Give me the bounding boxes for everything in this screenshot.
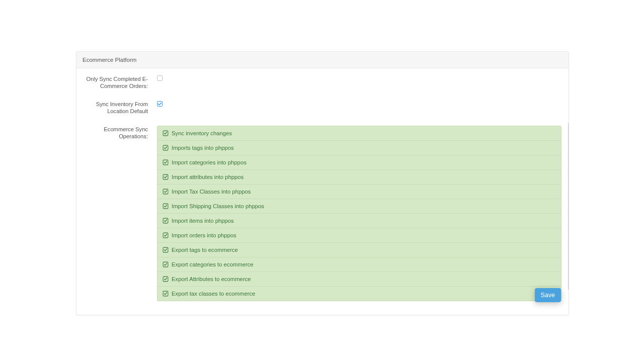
operation-label: Export Attributes to ecommerce	[172, 276, 251, 282]
svg-rect-2	[163, 160, 168, 165]
svg-rect-4	[163, 189, 168, 194]
operation-label: Export categories to ecommerce	[172, 261, 254, 267]
check-square-icon	[163, 145, 169, 151]
checkbox-sync-inventory-location[interactable]	[157, 101, 163, 107]
check-square-icon	[163, 203, 169, 209]
operation-label: Export tax classes to ecommerce	[172, 291, 255, 297]
operation-label: Import Tax Classes into phppos	[172, 189, 251, 195]
row-sync-inventory-location: Sync Inventory From Location Default	[84, 101, 561, 115]
operation-label: Imports tags into phppos	[172, 145, 234, 151]
svg-rect-8	[163, 247, 168, 252]
operation-label: Import orders into phppos	[172, 232, 236, 238]
operation-label: Export tags to ecommerce	[172, 247, 238, 253]
operation-item[interactable]: Export Attributes to ecommerce	[157, 272, 561, 287]
label-sync-inventory-location: Sync Inventory From Location Default	[84, 101, 153, 115]
svg-rect-1	[163, 145, 168, 150]
operation-item[interactable]: Export tax classes to ecommerce	[157, 287, 561, 301]
row-ecommerce-sync-ops: Ecommerce Sync Operations: Sync inventor…	[84, 126, 561, 301]
operation-item[interactable]: Import orders into phppos	[157, 228, 561, 243]
operation-item[interactable]: Import Shipping Classes into phppos	[157, 199, 561, 214]
check-square-icon	[163, 276, 169, 282]
check-square-icon	[163, 247, 169, 253]
operation-label: Import attributes into phppos	[172, 174, 244, 180]
checkbox-only-sync-completed[interactable]	[157, 75, 163, 81]
svg-rect-9	[163, 262, 168, 267]
check-square-icon	[163, 261, 169, 267]
operation-item[interactable]: Import Tax Classes into phppos	[157, 185, 561, 199]
operation-label: Import Shipping Classes into phppos	[172, 203, 264, 209]
svg-rect-5	[163, 204, 168, 209]
operation-label: Import categories into phppos	[172, 159, 247, 165]
check-square-icon	[163, 189, 169, 195]
check-square-icon	[163, 232, 169, 238]
svg-rect-0	[163, 131, 168, 136]
operations-list: Sync inventory changesImports tags into …	[153, 126, 561, 301]
form-area: Only Sync Completed E-Commerce Orders: S…	[76, 68, 569, 301]
settings-panel: Ecommerce Platform Only Sync Completed E…	[76, 51, 569, 315]
check-square-icon	[163, 130, 169, 136]
operation-item[interactable]: Export tags to ecommerce	[157, 243, 561, 257]
operation-item[interactable]: Sync inventory changes	[157, 126, 561, 141]
check-square-icon	[163, 159, 169, 165]
panel-title: Ecommerce Platform	[83, 57, 136, 63]
operation-item[interactable]: Export categories to ecommerce	[157, 257, 561, 272]
svg-rect-7	[163, 233, 168, 238]
operation-label: Import items into phppos	[172, 218, 234, 224]
svg-rect-6	[163, 218, 168, 223]
save-button[interactable]: Save	[535, 288, 561, 302]
svg-rect-10	[163, 277, 168, 282]
scrollbar[interactable]	[568, 122, 569, 291]
row-only-sync-completed: Only Sync Completed E-Commerce Orders:	[84, 75, 561, 89]
svg-rect-11	[163, 291, 168, 296]
label-ecommerce-sync-ops: Ecommerce Sync Operations:	[84, 126, 153, 140]
panel-header: Ecommerce Platform	[76, 52, 569, 68]
label-only-sync-completed: Only Sync Completed E-Commerce Orders:	[84, 75, 153, 89]
operation-item[interactable]: Import attributes into phppos	[157, 170, 561, 185]
operation-label: Sync inventory changes	[172, 130, 232, 136]
operation-item[interactable]: Import items into phppos	[157, 214, 561, 228]
check-square-icon	[163, 218, 169, 224]
check-square-icon	[163, 174, 169, 180]
svg-rect-3	[163, 174, 168, 179]
operation-item[interactable]: Imports tags into phppos	[157, 141, 561, 155]
operation-item[interactable]: Import categories into phppos	[157, 155, 561, 170]
check-square-icon	[163, 291, 169, 297]
